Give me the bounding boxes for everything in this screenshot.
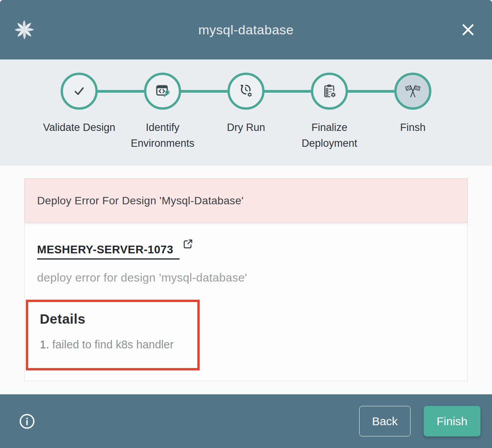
step-label: Finsh	[400, 120, 426, 136]
dry-run-icon	[238, 83, 254, 100]
step-identify-environments: Identify Environments	[121, 73, 204, 151]
detail-item-number: 1.	[40, 338, 49, 351]
deployment-stepper: Validate Design Identify Environments	[0, 59, 492, 166]
external-link-icon[interactable]	[183, 239, 193, 249]
error-code-link[interactable]: MESHERY-SERVER-1073	[37, 243, 180, 260]
detail-item-text: failed to find k8s handler	[52, 338, 173, 351]
details-title: Details	[40, 311, 197, 327]
modal-footer: Back Finish	[0, 394, 492, 448]
code-wrench-icon	[154, 83, 171, 100]
step-finish: Finsh	[371, 73, 455, 151]
modal-header: mysql-database	[0, 0, 492, 59]
modal-title: mysql-database	[0, 22, 492, 37]
step-label: Dry Run	[227, 120, 265, 136]
step-validate-design: Validate Design	[37, 73, 121, 151]
deployment-wizard-modal: mysql-database Validate Design	[0, 0, 492, 448]
error-detail-panel: MESHERY-SERVER-1073 deploy error for des…	[24, 224, 468, 381]
check-icon	[71, 83, 88, 100]
modal-content: Deploy Error For Design 'Mysql-Database'…	[0, 166, 492, 394]
deploy-error-alert: Deploy Error For Design 'Mysql-Database'	[24, 178, 468, 223]
finish-button[interactable]: Finish	[424, 406, 480, 436]
finalize-deployment-icon	[321, 83, 338, 100]
info-button[interactable]	[19, 413, 36, 430]
step-label: Identify Environments	[126, 120, 199, 151]
finish-flags-icon	[404, 82, 422, 100]
alert-title: Deploy Error For Design 'Mysql-Database'	[37, 195, 244, 207]
step-dry-run: Dry Run	[204, 73, 288, 151]
detail-list-item: 1.failed to find k8s handler	[40, 338, 197, 351]
step-label: Finalize Deployment	[293, 120, 366, 151]
step-label: Validate Design	[43, 120, 115, 136]
step-circle-completed	[61, 73, 98, 110]
step-finalize-deployment: Finalize Deployment	[288, 73, 371, 151]
back-button[interactable]: Back	[359, 406, 411, 436]
error-summary: deploy error for design 'mysql-database'	[37, 271, 455, 284]
step-circle-active	[394, 73, 431, 110]
details-highlight-box: Details 1.failed to find k8s handler	[26, 300, 200, 370]
error-code-row: MESHERY-SERVER-1073	[37, 243, 455, 260]
close-button[interactable]	[460, 21, 477, 38]
close-icon	[461, 22, 475, 37]
info-icon	[19, 413, 35, 429]
